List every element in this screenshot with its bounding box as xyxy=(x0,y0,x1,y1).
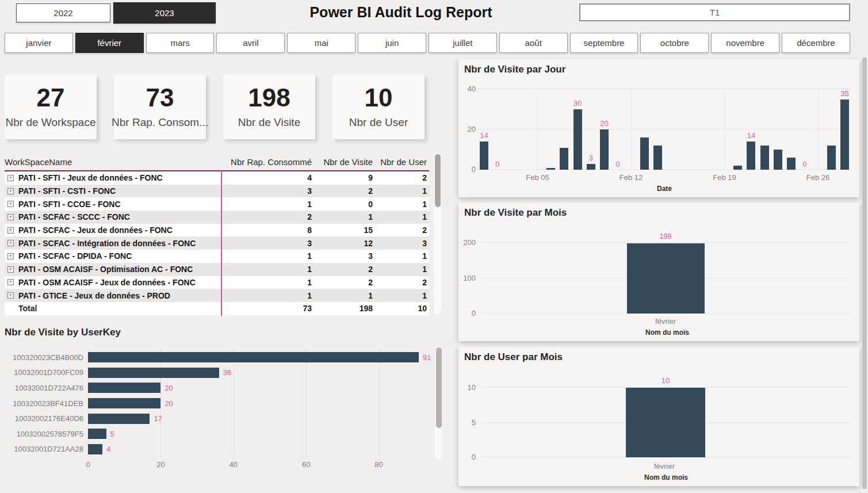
month-button-novembre[interactable]: novembre xyxy=(711,33,779,53)
userkey-x-axis: 020406080 xyxy=(5,460,431,472)
month-button-mai[interactable]: mai xyxy=(287,33,355,53)
bar[interactable] xyxy=(600,129,609,170)
table-cell-visite: 2 xyxy=(312,278,373,287)
bar[interactable] xyxy=(546,168,555,170)
table-cell-visite: 0 xyxy=(312,200,373,209)
page-title: Power BI Audit Log Report xyxy=(309,4,492,21)
visite-mois-plot: 198 xyxy=(481,243,852,314)
user-mois-x-tick: février xyxy=(654,462,675,471)
bar[interactable] xyxy=(840,100,849,170)
gridline xyxy=(537,89,538,170)
quarter-selector[interactable]: T1 xyxy=(579,3,850,21)
bar[interactable] xyxy=(480,142,488,170)
bar[interactable] xyxy=(573,109,582,170)
table-row[interactable]: +PATI - SFTI - CSTI - FONC321 xyxy=(5,185,429,198)
quarter-selector-value: T1 xyxy=(710,7,720,17)
axis-tick-label: Feb 26 xyxy=(806,173,829,182)
bar[interactable] xyxy=(88,398,160,408)
workspace-name: PATI - SFTI - Jeux de données - FONC xyxy=(18,173,163,182)
bar[interactable] xyxy=(88,414,150,424)
bar[interactable] xyxy=(88,429,106,439)
page-scrollbar[interactable] xyxy=(862,58,867,489)
year-button-2023[interactable]: 2023 xyxy=(113,2,216,24)
workspace-name: PATI - SCFAC - SCCC - FONC xyxy=(18,212,130,221)
year-button-2022[interactable]: 2022 xyxy=(16,3,110,22)
axis-tick-label: 5 xyxy=(461,418,476,427)
kpi-value: 10 xyxy=(365,85,393,110)
userkey-scrollbar-thumb[interactable] xyxy=(436,347,442,428)
expand-icon[interactable]: + xyxy=(7,175,14,181)
month-button-février[interactable]: février xyxy=(75,33,144,53)
expand-icon[interactable]: + xyxy=(7,214,14,220)
table-row[interactable]: +PATI - SCFAC - Intégration de données -… xyxy=(5,236,429,250)
table-row[interactable]: +PATI - SCFAC - SCCC - FONC211 xyxy=(5,211,429,224)
bar[interactable] xyxy=(88,368,219,378)
userkey-category-label: 10032002176E40D6 xyxy=(5,414,83,423)
bar[interactable] xyxy=(88,444,102,454)
expand-icon[interactable]: + xyxy=(7,253,14,259)
userkey-bar-row: 10032001D722A47620 xyxy=(5,380,431,396)
bar[interactable] xyxy=(587,164,595,170)
user-mois-x-axis-title: Nom du mois xyxy=(644,473,688,481)
axis-tick-label: 40 xyxy=(230,460,238,469)
table-row[interactable]: +PATI - OSM ACAISF - Jeux de données - F… xyxy=(5,276,429,289)
expand-icon[interactable]: + xyxy=(7,188,14,194)
table-cell-rap: 1 xyxy=(221,251,312,261)
kpi-value: 198 xyxy=(248,85,290,110)
panel-visite-par-jour: Nbr de Visite par Jour 14030320014035 02… xyxy=(458,59,859,197)
axis-tick-label: 40 xyxy=(461,85,476,93)
bar[interactable] xyxy=(733,166,742,170)
workspace-name: PATI - SCFAC - Intégration de données - … xyxy=(18,239,196,248)
bar[interactable] xyxy=(760,146,769,170)
table-cell-workspacename: +PATI - SFTI - Jeux de données - FONC xyxy=(5,173,221,182)
month-button-août[interactable]: août xyxy=(499,33,568,53)
month-button-octobre[interactable]: octobre xyxy=(640,33,709,53)
expand-icon[interactable]: + xyxy=(7,240,14,246)
expand-icon[interactable]: + xyxy=(7,227,14,234)
kpi-label: Nbr de User xyxy=(349,116,408,129)
expand-icon[interactable]: + xyxy=(7,292,14,299)
bar[interactable] xyxy=(626,388,705,457)
bar[interactable] xyxy=(653,146,662,170)
month-row: janvierfévriermarsavrilmaijuinjuilletaoû… xyxy=(5,33,850,53)
table-scrollbar[interactable] xyxy=(434,153,441,314)
month-button-juillet[interactable]: juillet xyxy=(429,33,497,53)
bar[interactable] xyxy=(627,243,705,314)
data-label: 30 xyxy=(573,99,582,108)
table-row[interactable]: +PATI - SCFAC - Jeux de données - FONC81… xyxy=(5,224,429,237)
bar[interactable] xyxy=(88,383,160,393)
total-user: 10 xyxy=(373,304,427,313)
month-button-janvier[interactable]: janvier xyxy=(5,33,73,53)
userkey-chart: 100320023CB4B00D9110032001D700FC09361003… xyxy=(5,349,431,477)
table-row[interactable]: +PATI - SCFAC - DPIDA - FONC131 xyxy=(5,250,429,263)
gridline xyxy=(724,89,725,170)
data-label: 14 xyxy=(747,131,755,140)
bar[interactable] xyxy=(560,148,568,170)
expand-icon[interactable]: + xyxy=(7,201,14,207)
bar[interactable] xyxy=(827,146,836,170)
bar[interactable] xyxy=(787,158,796,170)
table-body: +PATI - SFTI - Jeux de données - FONC492… xyxy=(5,171,429,302)
month-button-juin[interactable]: juin xyxy=(358,33,426,53)
userkey-scrollbar[interactable] xyxy=(435,346,442,459)
month-button-décembre[interactable]: décembre xyxy=(782,33,850,53)
table-row[interactable]: +PATI - SFTI - CCOE - FONC101 xyxy=(5,197,429,211)
table-row[interactable]: +PATI - GTICE - Jeux de données - PROD11… xyxy=(5,289,429,302)
month-button-septembre[interactable]: septembre xyxy=(570,33,638,53)
table-cell-workspacename: +PATI - SCFAC - DPIDA - FONC xyxy=(5,251,221,261)
expand-icon[interactable]: + xyxy=(7,279,14,285)
axis-tick-label: 20 xyxy=(461,125,476,133)
bar[interactable] xyxy=(747,142,755,170)
table-row[interactable]: +PATI - OSM ACAISF - Optimisation AC - F… xyxy=(5,263,429,276)
table-row[interactable]: +PATI - SFTI - Jeux de données - FONC492 xyxy=(5,171,429,185)
month-button-avril[interactable]: avril xyxy=(216,33,285,53)
bar[interactable] xyxy=(640,137,649,170)
column-header-nbr-visite: Nbr de Visite xyxy=(312,157,373,167)
month-button-mars[interactable]: mars xyxy=(146,33,215,53)
bar[interactable] xyxy=(774,150,782,170)
bar[interactable] xyxy=(88,352,419,362)
table-cell-user: 2 xyxy=(373,173,427,182)
table-scrollbar-thumb[interactable] xyxy=(435,154,441,207)
expand-icon[interactable]: + xyxy=(7,266,14,273)
userkey-category-label: 10032001D721AA28 xyxy=(5,445,83,453)
